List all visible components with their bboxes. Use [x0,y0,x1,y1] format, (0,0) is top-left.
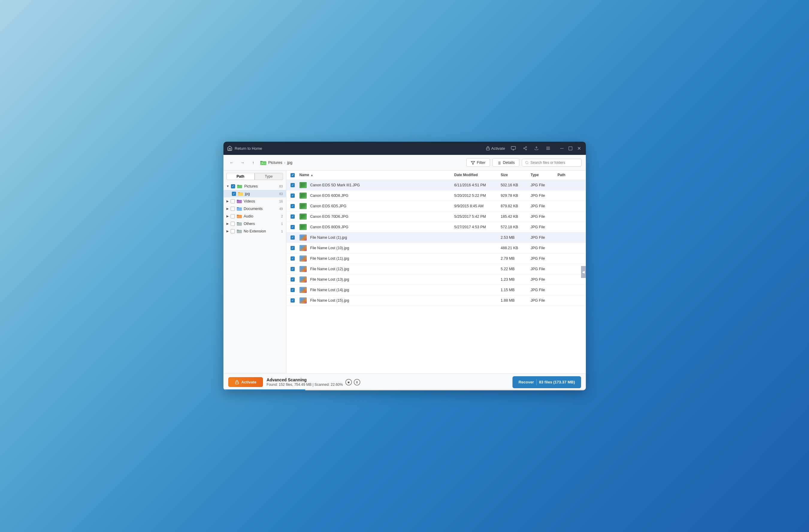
table-row[interactable]: ✓ File Name Lost (13).jpg 1.23 MB JPG Fi… [286,274,586,285]
table-row[interactable]: ✓ File Name Lost (15).jpg 1.88 MB JPG Fi… [286,295,586,306]
header-path[interactable]: Path [558,173,582,177]
table-row[interactable]: ✓ Canon EOS 80D9.JPG 5/27/2017 4:53 PM 5… [286,222,586,233]
row-check-2[interactable]: ✓ [291,204,299,208]
videos-checkbox[interactable] [230,199,235,203]
sort-icon[interactable]: ▲ [310,173,313,177]
table-row[interactable]: ✓ File Name Lost (12).jpg 5.22 MB JPG Fi… [286,264,586,274]
menu-button[interactable] [545,145,552,152]
row-check-9[interactable]: ✓ [291,277,299,281]
header-date[interactable]: Date Modified [454,173,501,177]
file-thumbnail-11 [299,297,307,304]
file-thumbnail-9 [299,276,307,282]
header-size-label: Size [501,173,508,177]
close-button[interactable]: ✕ [576,144,582,153]
stop-button[interactable]: ■ [345,379,352,385]
home-label[interactable]: Return to Home [235,146,262,151]
row-size-2: 879.82 KB [501,204,531,208]
up-button[interactable]: ↑ [249,158,258,167]
sidebar-item-audio[interactable]: ▶ Audio 2 [223,212,286,220]
row-check-3[interactable]: ✓ [291,214,299,219]
row-check-4[interactable]: ✓ [291,225,299,229]
row-check-1[interactable]: ✓ [291,193,299,198]
select-all-checkbox[interactable]: ✓ [291,173,295,177]
row-checkbox-1[interactable]: ✓ [291,193,295,198]
sidebar-audio-label: Audio [244,214,253,218]
svg-rect-41 [237,216,241,218]
recover-button[interactable]: Recover 83 files (173.37 MB) [513,376,581,388]
svg-rect-38 [237,208,241,210]
row-check-0[interactable]: ✓ [291,183,299,187]
minimize-button[interactable]: ─ [559,144,565,153]
audio-checkbox[interactable] [230,214,235,218]
back-button[interactable]: ← [228,158,236,167]
table-row[interactable]: ✓ Canon EOS 70D6.JPG 5/25/2017 5:42 PM 1… [286,211,586,222]
sidebar-item-videos[interactable]: ▶ Videos 16 [223,198,286,205]
row-checkbox-10[interactable]: ✓ [291,288,295,292]
sidebar-item-documents[interactable]: ▶ Documents 49 [223,205,286,212]
filter-button[interactable]: Filter [466,158,490,167]
row-check-6[interactable]: ✓ [291,246,299,250]
row-name-2: Canon EOS 6D5.JPG [299,203,454,209]
search-box[interactable] [522,159,582,167]
path-tab[interactable]: Path [226,173,255,180]
row-check-7[interactable]: ✓ [291,256,299,261]
table-row[interactable]: ✓ File Name Lost (11).jpg 2.79 MB JPG Fi… [286,253,586,264]
row-checkbox-2[interactable]: ✓ [291,204,295,208]
row-checkbox-9[interactable]: ✓ [291,277,295,281]
table-row[interactable]: ✓ File Name Lost (14).jpg 1.15 MB JPG Fi… [286,285,586,295]
details-button[interactable]: Details [493,158,519,167]
titlebar-right: Activate [486,144,582,153]
row-check-11[interactable]: ✓ [291,298,299,303]
monitor-button[interactable] [510,145,517,152]
sidebar-item-others[interactable]: ▶ Others 1 [223,220,286,227]
file-name-8: File Name Lost (12).jpg [310,267,349,271]
share-button[interactable] [522,145,528,152]
search-input[interactable] [531,160,578,165]
row-size-3: 185.42 KB [501,214,531,219]
no-extension-checkbox[interactable] [230,229,235,233]
header-name[interactable]: Name ▲ [299,173,454,177]
row-checkbox-11[interactable]: ✓ [291,298,295,303]
table-row[interactable]: ✓ File Name Lost (10).jpg 488.21 KB JPG … [286,243,586,253]
header-size[interactable]: Size [501,173,531,177]
row-check-10[interactable]: ✓ [291,288,299,292]
sidebar-item-no-extension[interactable]: ▶ No Extension 1 [223,227,286,235]
row-checkbox-6[interactable]: ✓ [291,246,295,250]
titlebar: Return to Home Activate [223,142,586,155]
details-label: Details [503,160,515,165]
row-check-8[interactable]: ✓ [291,267,299,271]
toolbar-actions: Filter Details [466,158,582,167]
row-checkbox-5[interactable]: ✓ [291,236,295,240]
sidebar-item-jpg[interactable]: ✓ jpg 83 [223,190,286,198]
header-type[interactable]: Type [531,173,558,177]
documents-checkbox[interactable] [230,207,235,211]
row-checkbox-0[interactable]: ✓ [291,183,295,187]
others-checkbox[interactable] [230,222,235,226]
file-name-7: File Name Lost (11).jpg [310,256,349,261]
pictures-folder-icon [260,160,266,165]
pictures-checkbox[interactable]: ✓ [231,184,235,188]
row-checkbox-7[interactable]: ✓ [291,256,295,261]
breadcrumb-root[interactable]: Pictures [269,160,282,165]
row-checkbox-4[interactable]: ✓ [291,225,295,229]
forward-button[interactable]: → [238,158,247,167]
scroll-arrow[interactable]: ◀ [581,266,586,278]
jpg-checkbox[interactable]: ✓ [232,192,236,196]
activate-title-button[interactable]: Activate [486,146,505,151]
activate-bottom-button[interactable]: Activate [228,377,263,387]
row-checkbox-3[interactable]: ✓ [291,214,295,219]
others-folder-icon [237,221,242,226]
table-row[interactable]: ✓ Canon EOS 60D8.JPG 5/20/2012 5:22 PM 9… [286,190,586,201]
pause-button[interactable]: ⏸ [354,379,360,385]
upload-button[interactable] [533,145,540,152]
sidebar-item-pictures[interactable]: ▼ ✓ Pictures 83 [223,183,286,190]
table-row[interactable]: ✓ File Name Lost (1).jpg 2.53 MB JPG Fil… [286,233,586,243]
row-check-5[interactable]: ✓ [291,235,299,240]
table-row[interactable]: ✓ Canon EOS 6D5.JPG 9/9/2015 8:45 AM 879… [286,201,586,211]
type-tab[interactable]: Type [255,173,283,180]
file-name-9: File Name Lost (13).jpg [310,277,349,281]
row-checkbox-8[interactable]: ✓ [291,267,295,271]
row-type-9: JPG File [531,277,558,281]
table-row[interactable]: ✓ Canon EOS 5D Mark III1.JPG 6/11/2016 4… [286,180,586,190]
maximize-button[interactable] [567,144,573,153]
